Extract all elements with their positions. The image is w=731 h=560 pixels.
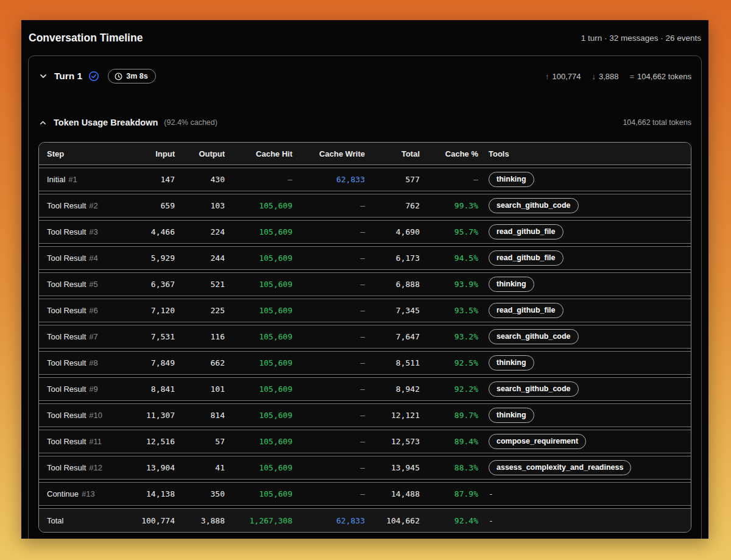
cache-hit-cell: 105,609 <box>225 358 292 367</box>
output-cell: 225 <box>175 306 225 315</box>
cache-write-cell: – <box>292 201 365 210</box>
cache-pct-cell: 99.3% <box>420 201 478 210</box>
step-cell: Tool Result #6 <box>39 306 132 315</box>
total-token-stat: =104,662 tokens <box>630 72 692 81</box>
cache-hit-cell: 1,267,308 <box>225 516 292 525</box>
step-cell: Tool Result #3 <box>39 227 132 236</box>
output-cell: 350 <box>175 489 225 498</box>
turn-panel: Turn 1 3m 8s ↑100,774 ↓3,888 =104,662 to… <box>28 55 702 539</box>
table-header-row: Step Input Output Cache Hit Cache Write … <box>39 143 691 165</box>
total-cell: 8,511 <box>365 358 420 367</box>
step-number: #2 <box>89 201 97 210</box>
step-label: Tool Result <box>47 385 86 394</box>
tool-badge: assess_complexity_and_readiness <box>489 460 631 475</box>
output-cell: 3,888 <box>175 516 225 525</box>
step-cell: Total <box>39 516 132 525</box>
table-row: Tool Result #11 12,516 57 105,609 – 12,5… <box>39 430 691 453</box>
total-cell: 12,121 <box>365 411 420 420</box>
tools-cell: thinking <box>478 408 691 423</box>
col-total: Total <box>365 149 420 158</box>
total-cell: 6,173 <box>365 253 420 263</box>
up-arrow-icon: ↑ <box>545 72 549 81</box>
cache-hit-cell: 105,609 <box>225 253 292 263</box>
col-input: Input <box>132 149 175 158</box>
step-label: Tool Result <box>47 358 86 367</box>
table-row: Tool Result #9 8,841 101 105,609 – 8,942… <box>39 377 691 401</box>
input-cell: 6,367 <box>132 280 175 289</box>
cache-pct-cell: 92.5% <box>420 358 478 367</box>
step-label: Continue <box>47 489 79 498</box>
cache-write-cell: – <box>292 227 365 236</box>
step-number: #10 <box>89 411 102 420</box>
tools-cell: search_github_code <box>478 198 691 213</box>
step-cell: Tool Result #7 <box>39 332 132 341</box>
input-token-stat: ↑100,774 <box>545 72 581 81</box>
input-cell: 7,849 <box>132 358 175 367</box>
table-row: Tool Result #12 13,904 41 105,609 – 13,9… <box>39 456 691 480</box>
step-cell: Tool Result #12 <box>39 463 132 472</box>
tool-badge: search_github_code <box>489 381 579 397</box>
output-cell: 101 <box>175 385 225 394</box>
cached-percentage-note: (92.4% cached) <box>164 118 217 127</box>
cache-write-cell: – <box>292 358 365 367</box>
col-cache-hit: Cache Hit <box>225 149 292 158</box>
cache-write-cell: – <box>292 332 365 341</box>
chevron-down-icon[interactable] <box>38 71 48 81</box>
total-cell: 12,573 <box>365 437 420 446</box>
input-cell: 4,466 <box>132 227 175 236</box>
clock-icon <box>115 73 122 80</box>
total-cell: 13,945 <box>365 463 420 472</box>
input-cell: 7,531 <box>132 332 175 341</box>
output-token-value: 3,888 <box>599 72 619 81</box>
table-row: Continue #13 14,138 350 105,609 – 14,488… <box>39 482 691 506</box>
cache-write-cell: – <box>292 385 365 394</box>
step-label: Tool Result <box>47 201 86 210</box>
step-number: #9 <box>89 385 97 394</box>
col-cache-pct: Cache % <box>420 149 478 158</box>
cache-hit-cell: 105,609 <box>225 227 292 236</box>
cache-pct-cell: 88.3% <box>420 463 478 472</box>
turn-token-summary: ↑100,774 ↓3,888 =104,662 tokens <box>545 72 691 81</box>
chevron-up-icon[interactable] <box>38 118 48 127</box>
total-token-value: 104,662 tokens <box>637 72 691 81</box>
output-cell: 103 <box>175 201 225 210</box>
step-number: #3 <box>89 227 97 236</box>
col-step: Step <box>39 149 132 158</box>
cache-write-cell: – <box>292 411 365 420</box>
output-cell: 662 <box>175 358 225 367</box>
tools-cell: thinking <box>478 355 691 370</box>
step-number: #11 <box>89 437 102 446</box>
table-row: Tool Result #3 4,466 224 105,609 – 4,690… <box>39 220 691 244</box>
tool-badge: read_github_file <box>489 250 563 266</box>
col-output: Output <box>175 149 225 158</box>
table-row: Tool Result #6 7,120 225 105,609 – 7,345… <box>39 299 691 322</box>
table-row: Tool Result #7 7,531 116 105,609 – 7,647… <box>39 325 691 349</box>
output-cell: 244 <box>175 253 225 263</box>
cache-hit-cell: 105,609 <box>225 332 292 341</box>
turn-header[interactable]: Turn 1 3m 8s ↑100,774 ↓3,888 =104,662 to… <box>38 56 691 83</box>
step-number: #4 <box>89 253 97 263</box>
cache-pct-cell: 93.2% <box>420 332 478 341</box>
step-cell: Tool Result #9 <box>39 385 132 394</box>
turn-header-left: Turn 1 3m 8s <box>38 69 156 83</box>
tools-cell: thinking <box>478 172 691 187</box>
input-cell: 12,516 <box>132 437 175 446</box>
cache-write-cell: – <box>292 306 365 315</box>
step-number: #8 <box>89 358 97 367</box>
cache-write-cell: – <box>292 280 365 289</box>
card-header: Conversation Timeline 1 turn · 32 messag… <box>21 20 708 44</box>
table-row: Tool Result #8 7,849 662 105,609 – 8,511… <box>39 351 691 375</box>
tool-badge: compose_requirement <box>489 434 586 449</box>
step-number: #1 <box>68 175 77 184</box>
tools-cell: - <box>478 516 691 525</box>
total-cell: 7,647 <box>365 332 420 341</box>
page-background: Conversation Timeline 1 turn · 32 messag… <box>0 0 731 560</box>
tool-badge: search_github_code <box>489 198 579 213</box>
output-cell: 814 <box>175 411 225 420</box>
tool-badge: - <box>489 489 493 498</box>
input-cell: 11,307 <box>132 411 175 420</box>
breakdown-header-left: Token Usage Breakdown (92.4% cached) <box>38 118 217 127</box>
breakdown-header[interactable]: Token Usage Breakdown (92.4% cached) 104… <box>38 118 691 127</box>
tools-cell: read_github_file <box>478 303 691 318</box>
cache-write-cell: – <box>292 489 365 498</box>
